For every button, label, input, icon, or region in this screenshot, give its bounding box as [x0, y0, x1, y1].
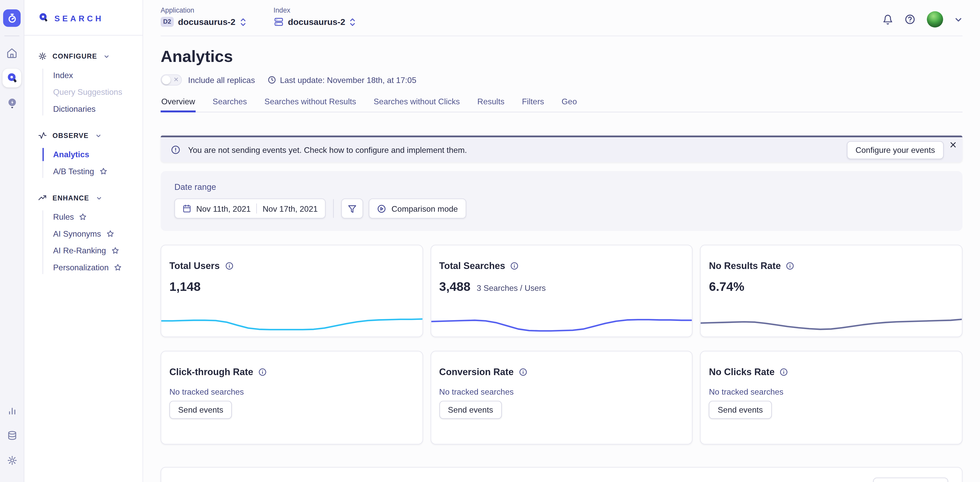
sidebar-item-dictionaries[interactable]: Dictionaries: [43, 100, 143, 117]
card-title: Click-through Rate: [169, 366, 253, 377]
application-badge: D2: [161, 17, 173, 27]
info-icon[interactable]: [519, 368, 527, 376]
total-searches-sparkline: [431, 313, 692, 334]
comparison-mode-label: Comparison mode: [391, 204, 458, 213]
metric-value: 1,148: [169, 280, 200, 294]
home-icon: [6, 48, 18, 59]
controls-divider: [333, 199, 334, 218]
search-product-icon: [6, 72, 18, 84]
empty-state-text: No tracked searches: [161, 377, 422, 396]
rail-search-button[interactable]: [3, 68, 21, 87]
last-update: Last update: November 18th, at 17:05: [267, 75, 417, 84]
tab-filters[interactable]: Filters: [521, 97, 545, 112]
user-avatar[interactable]: [927, 11, 943, 27]
topbar: Application D2 docusaurus-2 Index: [161, 0, 962, 36]
activity-pulse-icon: [38, 131, 47, 140]
card-title: Conversion Rate: [439, 366, 514, 377]
play-circle-icon: [377, 204, 387, 213]
nav-section-enhance-header[interactable]: ENHANCE: [38, 193, 143, 202]
rail-data-button[interactable]: [3, 426, 21, 444]
sidebar-item-label: Rules: [53, 212, 74, 222]
configure-events-button[interactable]: Configure your events: [847, 141, 944, 159]
send-events-button[interactable]: Send events: [169, 401, 232, 419]
tab-overview[interactable]: Overview: [161, 97, 196, 112]
rail-analytics-button[interactable]: [3, 401, 21, 420]
index-server-icon: [274, 17, 283, 27]
application-selector: Application D2 docusaurus-2: [161, 6, 246, 27]
nav-section-configure: CONFIGURE Index Query Suggestions Dictio…: [38, 52, 143, 117]
tab-searches-without-results[interactable]: Searches without Results: [264, 97, 357, 112]
toggle-knob: [162, 76, 170, 84]
sidebar-item-label: Query Suggestions: [53, 87, 123, 97]
help-button[interactable]: [904, 14, 916, 25]
sidebar-item-ai-synonyms[interactable]: AI Synonyms: [43, 225, 143, 242]
banner-message: You are not sending events yet. Check ho…: [188, 145, 467, 154]
rail-recommend-button[interactable]: [3, 94, 21, 112]
sidebar-item-personalization[interactable]: Personalization: [43, 259, 143, 276]
index-select[interactable]: docusaurus-2: [274, 17, 356, 27]
metric-value: 3,488: [439, 280, 471, 294]
tab-searches-without-clicks[interactable]: Searches without Clicks: [373, 97, 460, 112]
sidebar: SEARCH CONFIGURE: [24, 0, 143, 482]
lightbulb-bolt-icon: [6, 97, 18, 109]
info-icon[interactable]: [258, 368, 267, 376]
notifications-bell-button[interactable]: [883, 14, 893, 25]
application-select[interactable]: D2 docusaurus-2: [161, 17, 246, 27]
rail-settings-button[interactable]: [3, 451, 21, 469]
nav-section-observe-header[interactable]: OBSERVE: [38, 131, 143, 140]
sidebar-item-ai-re-ranking[interactable]: AI Re-Ranking: [43, 242, 143, 259]
sidebar-item-ab-testing[interactable]: A/B Testing: [43, 163, 143, 180]
empty-state-text: No tracked searches: [431, 377, 692, 396]
tab-geo[interactable]: Geo: [561, 97, 578, 112]
application-name: docusaurus-2: [178, 17, 235, 27]
index-name: docusaurus-2: [288, 17, 345, 27]
info-icon[interactable]: [786, 261, 795, 270]
account-chevron-down-icon[interactable]: [954, 16, 963, 24]
app-switcher-button[interactable]: [3, 9, 21, 27]
include-replicas-toggle[interactable]: ✕: [161, 74, 182, 86]
metric-subtitle: 3 Searches / Users: [477, 284, 546, 293]
sidebar-item-rules[interactable]: Rules: [43, 209, 143, 225]
sidebar-item-label: Personalization: [53, 263, 109, 272]
date-range-label: Date range: [174, 182, 949, 192]
nav-section-configure-header[interactable]: CONFIGURE: [38, 52, 143, 61]
metrics-row-2: Click-through Rate No tracked searches S…: [161, 351, 962, 444]
card-title: No Clicks Rate: [709, 366, 775, 377]
info-icon[interactable]: [510, 261, 519, 270]
chevron-down-icon: [96, 195, 102, 201]
calendar-icon: [183, 204, 191, 213]
filter-button[interactable]: [342, 198, 363, 219]
info-icon: [170, 145, 181, 155]
tab-results[interactable]: Results: [477, 97, 505, 112]
last-update-text: Last update: November 18th, at 17:05: [280, 75, 416, 84]
info-icon[interactable]: [225, 261, 234, 270]
card-title: Total Searches: [439, 260, 505, 271]
date-range-picker[interactable]: Nov 11th, 2021 Nov 17th, 2021: [174, 198, 326, 219]
funnel-filter-icon: [348, 204, 357, 213]
index-selector: Index docusaurus-2: [274, 6, 356, 27]
star-icon: [111, 247, 119, 255]
send-events-button[interactable]: Send events: [439, 401, 502, 419]
star-icon: [99, 167, 107, 176]
product-logo[interactable]: SEARCH: [24, 0, 143, 24]
info-icon[interactable]: [780, 368, 788, 376]
sidebar-item-label: Index: [53, 71, 73, 80]
sidebar-item-index[interactable]: Index: [43, 67, 143, 84]
no-clicks-rate-card: No Clicks Rate No tracked searches Send …: [700, 351, 963, 444]
sidebar-item-query-suggestions[interactable]: Query Suggestions: [43, 84, 143, 101]
rail-home-button[interactable]: [3, 44, 21, 62]
chevron-down-icon: [95, 133, 101, 138]
star-icon: [106, 230, 114, 238]
banner-close-icon[interactable]: [949, 141, 958, 149]
select-series-button[interactable]: Select series: [873, 478, 948, 482]
sort-arrows-icon: [350, 17, 356, 27]
trends-overview-card: Trends Overview Select series: [161, 467, 962, 482]
send-events-button[interactable]: Send events: [709, 401, 772, 419]
icon-rail: [0, 0, 24, 482]
page-title: Analytics: [161, 47, 962, 66]
comparison-mode-button[interactable]: Comparison mode: [369, 198, 466, 219]
tab-searches[interactable]: Searches: [212, 97, 247, 112]
toggle-off-x-icon: ✕: [173, 76, 179, 83]
database-icon: [7, 430, 17, 441]
sidebar-item-analytics[interactable]: Analytics: [43, 146, 143, 163]
